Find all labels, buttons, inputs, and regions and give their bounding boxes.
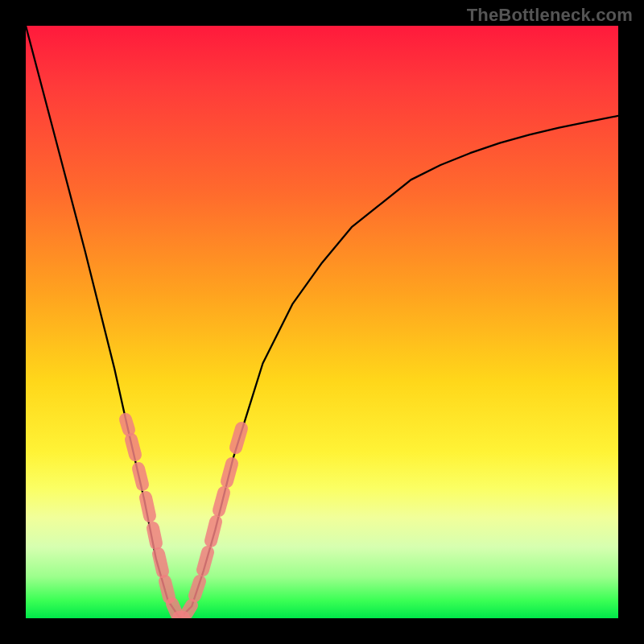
plot-area (26, 26, 618, 618)
bottleneck-curve-svg (26, 26, 618, 618)
curve-markers (126, 419, 242, 617)
curve-line (26, 26, 618, 618)
watermark-text: TheBottleneck.com (467, 5, 633, 26)
chart-frame: TheBottleneck.com (0, 0, 644, 644)
